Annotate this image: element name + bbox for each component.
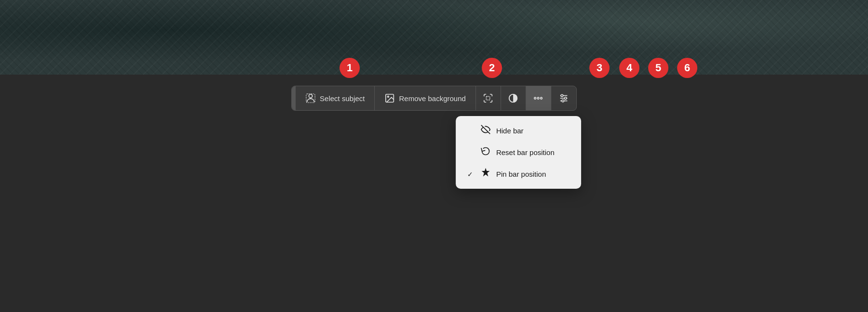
select-area-button[interactable] <box>476 86 501 110</box>
toolbar-wrapper: 1 2 3 4 5 6 Select subject <box>291 86 577 111</box>
more-options-icon <box>533 93 543 104</box>
pin-bar-icon <box>480 168 491 180</box>
svg-point-8 <box>538 97 540 99</box>
lens-button[interactable] <box>501 86 526 110</box>
reset-bar-icon <box>480 146 491 158</box>
remove-background-button[interactable]: Remove background <box>375 86 475 110</box>
select-area-icon <box>483 93 493 104</box>
badge-1: 1 <box>339 58 360 78</box>
select-subject-icon <box>305 93 316 104</box>
hide-bar-label: Hide bar <box>496 127 524 135</box>
svg-point-16 <box>562 100 564 102</box>
toolbar: Select subject Remove background <box>291 86 577 111</box>
remove-background-icon <box>384 93 395 104</box>
hide-bar-icon <box>480 125 491 137</box>
reset-bar-position-label: Reset bar position <box>496 148 555 156</box>
lens-icon <box>508 93 518 104</box>
badge-2: 2 <box>482 58 502 78</box>
svg-rect-1 <box>306 94 315 103</box>
dropdown-menu: Hide bar Reset bar position <box>456 116 581 189</box>
select-subject-label: Select subject <box>320 94 365 103</box>
select-subject-button[interactable]: Select subject <box>296 86 375 110</box>
svg-point-15 <box>564 97 567 100</box>
settings-icon <box>558 93 569 104</box>
pin-bar-position-label: Pin bar position <box>496 170 546 178</box>
svg-point-7 <box>534 97 536 99</box>
svg-point-9 <box>541 97 542 99</box>
background-texture <box>0 0 868 75</box>
badge-5: 5 <box>648 58 668 78</box>
svg-point-14 <box>561 94 563 97</box>
badge-3: 3 <box>589 58 610 78</box>
pin-bar-position-menu-item[interactable]: ✓ Pin bar position <box>456 163 581 185</box>
pin-bar-check: ✓ <box>465 170 475 178</box>
svg-rect-4 <box>487 96 490 100</box>
drag-handle[interactable] <box>292 86 296 110</box>
badge-4: 4 <box>619 58 639 78</box>
svg-point-0 <box>309 94 312 98</box>
settings-button[interactable] <box>551 86 576 110</box>
reset-bar-position-menu-item[interactable]: Reset bar position <box>456 142 581 163</box>
remove-background-label: Remove background <box>399 94 465 103</box>
svg-point-3 <box>388 96 389 97</box>
hide-bar-menu-item[interactable]: Hide bar <box>456 120 581 142</box>
badge-6: 6 <box>677 58 697 78</box>
more-options-button[interactable]: Hide bar Reset bar position <box>526 86 551 110</box>
